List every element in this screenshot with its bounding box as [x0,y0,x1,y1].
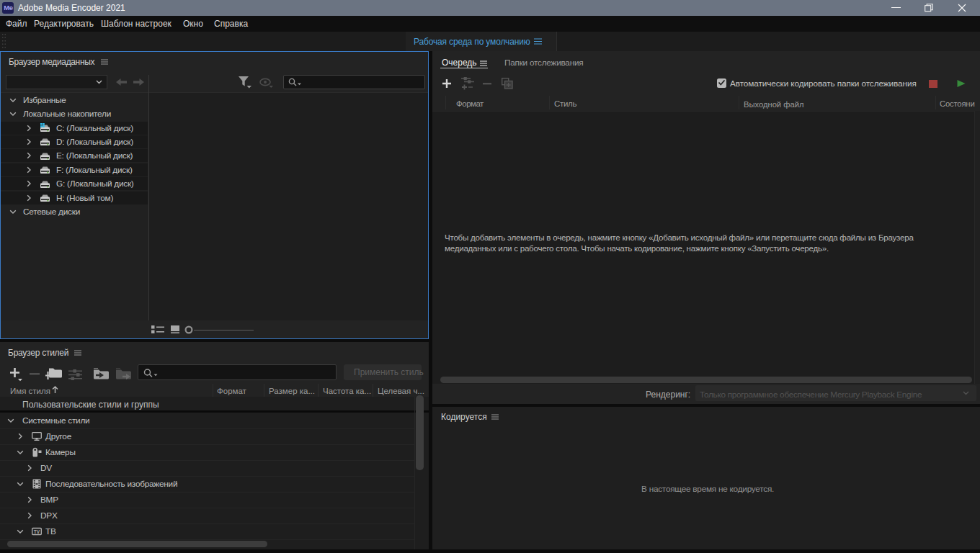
svg-text:TV: TV [34,529,40,534]
